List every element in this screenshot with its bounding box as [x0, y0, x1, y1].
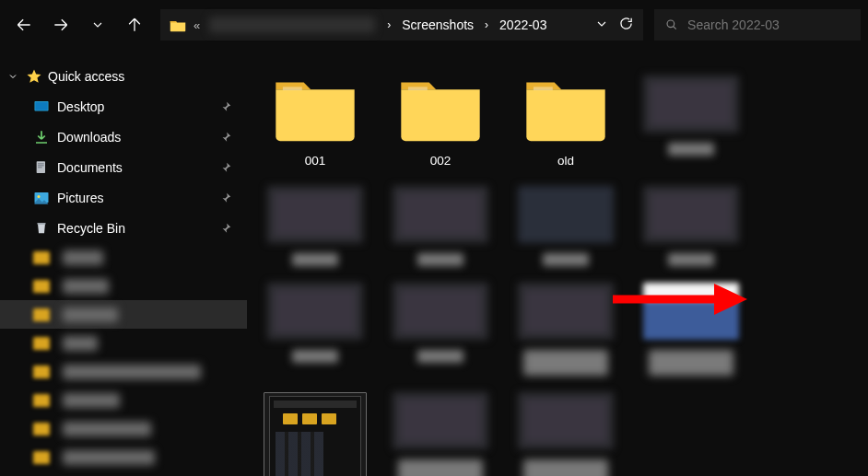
history-dropdown[interactable]: [594, 17, 609, 34]
file-item[interactable]: [389, 392, 492, 476]
quick-access-label: Quick access: [48, 69, 124, 84]
folder-icon: [170, 18, 186, 32]
sidebar-item-recycle-bin[interactable]: Recycle Bin: [0, 213, 247, 243]
file-item[interactable]: [639, 283, 743, 376]
address-bar[interactable]: « › Screenshots › 2022-03: [160, 9, 643, 41]
svg-point-8: [38, 195, 41, 198]
items-grid: 001 002 old explor: [264, 75, 859, 476]
file-item[interactable]: [514, 283, 617, 376]
quick-access-header[interactable]: Quick access: [0, 61, 247, 91]
file-label: [417, 253, 463, 266]
sidebar-item-label: Recycle Bin: [57, 221, 125, 236]
recycle-bin-icon: [33, 220, 50, 237]
sidebar-item-hidden[interactable]: [0, 329, 247, 357]
documents-icon: [33, 159, 50, 176]
file-label: [668, 143, 714, 156]
forward-button[interactable]: [44, 8, 77, 41]
sidebar-item-label: Downloads: [57, 130, 121, 145]
sidebar-item-label: Documents: [57, 160, 123, 175]
svg-rect-5: [38, 165, 44, 166]
folder-item[interactable]: 001: [264, 75, 367, 169]
file-item-selected[interactable]: explorer_DzqacYbVFf: [264, 392, 367, 476]
sidebar-item-hidden[interactable]: [0, 357, 247, 386]
sidebar-item-hidden[interactable]: [0, 243, 247, 272]
folder-icon: [33, 280, 50, 293]
breadcrumb-current[interactable]: 2022-03: [497, 17, 549, 32]
toolbar: « › Screenshots › 2022-03: [0, 0, 868, 50]
pin-icon: [219, 100, 232, 113]
file-item[interactable]: [639, 186, 743, 266]
sidebar-item-hidden[interactable]: [0, 414, 247, 443]
recent-dropdown[interactable]: [81, 8, 114, 41]
sidebar-item-downloads[interactable]: Downloads: [0, 122, 247, 152]
folder-icon: [33, 423, 50, 435]
sidebar-item-current[interactable]: [0, 300, 247, 329]
folder-icon: [33, 451, 50, 464]
image-thumbnail: [643, 283, 739, 340]
image-thumbnail: [267, 186, 363, 243]
sidebar-item-hidden[interactable]: [0, 386, 247, 414]
folder-icon: [33, 366, 50, 378]
folder-icon: [270, 75, 360, 144]
file-item[interactable]: [389, 186, 492, 266]
svg-point-0: [667, 20, 674, 28]
image-thumbnail: [393, 392, 488, 449]
file-item[interactable]: [264, 283, 367, 376]
folder-label: old: [557, 154, 574, 169]
folder-label: 001: [305, 154, 326, 169]
sidebar-item-hidden[interactable]: [0, 443, 247, 471]
sidebar-item-desktop[interactable]: Desktop: [0, 91, 247, 122]
svg-rect-6: [38, 167, 42, 168]
file-label: [523, 350, 608, 376]
image-thumbnail: [393, 186, 488, 243]
sidebar-item-pictures[interactable]: Pictures: [0, 182, 247, 213]
refresh-button[interactable]: [618, 16, 634, 34]
up-button[interactable]: [118, 8, 151, 41]
pin-icon: [219, 161, 232, 174]
file-label: [649, 350, 733, 376]
sidebar-item-label: Pictures: [57, 191, 104, 205]
folder-label: 002: [430, 154, 452, 169]
folder-icon: [33, 394, 50, 407]
image-thumbnail: [643, 75, 739, 133]
svg-rect-9: [37, 223, 45, 225]
file-item[interactable]: [514, 186, 617, 266]
svg-rect-4: [38, 163, 44, 164]
back-button[interactable]: [7, 8, 41, 41]
image-thumbnail: [518, 392, 614, 449]
folder-item[interactable]: 002: [389, 75, 492, 169]
file-label: [523, 459, 608, 476]
file-item[interactable]: [264, 186, 367, 266]
image-thumbnail: [643, 186, 739, 243]
content-pane[interactable]: 001 002 old explor: [247, 50, 868, 476]
folder-icon: [33, 308, 50, 321]
sidebar-item-label: Desktop: [57, 99, 104, 114]
sidebar-item-documents[interactable]: Documents: [0, 152, 247, 182]
image-thumbnail: [393, 283, 488, 340]
desktop-icon: [33, 99, 50, 115]
folder-icon: [521, 75, 611, 144]
image-thumbnail: [269, 396, 361, 476]
file-label: [668, 253, 714, 266]
svg-rect-2: [35, 101, 48, 110]
chevron-right-icon[interactable]: ›: [384, 18, 393, 31]
sidebar-item-hidden[interactable]: [0, 272, 247, 300]
pictures-icon: [33, 190, 50, 206]
path-hidden-segment: [209, 17, 375, 33]
file-label: [417, 350, 463, 363]
path-overflow-icon[interactable]: «: [194, 18, 200, 32]
folder-item[interactable]: old: [514, 75, 617, 169]
file-label: [543, 253, 589, 266]
chevron-down-icon[interactable]: [7, 71, 20, 82]
chevron-right-icon[interactable]: ›: [482, 18, 491, 31]
main-area: Quick access Desktop Downloads Documents: [0, 50, 868, 476]
breadcrumb-screenshots[interactable]: Screenshots: [399, 17, 476, 32]
file-label: [292, 350, 338, 363]
file-item[interactable]: [639, 75, 743, 169]
search-box[interactable]: [654, 9, 861, 41]
file-item[interactable]: [389, 283, 492, 376]
pin-icon: [219, 192, 232, 204]
search-input[interactable]: [687, 17, 850, 32]
file-label: [398, 459, 483, 476]
file-item[interactable]: [514, 392, 617, 476]
